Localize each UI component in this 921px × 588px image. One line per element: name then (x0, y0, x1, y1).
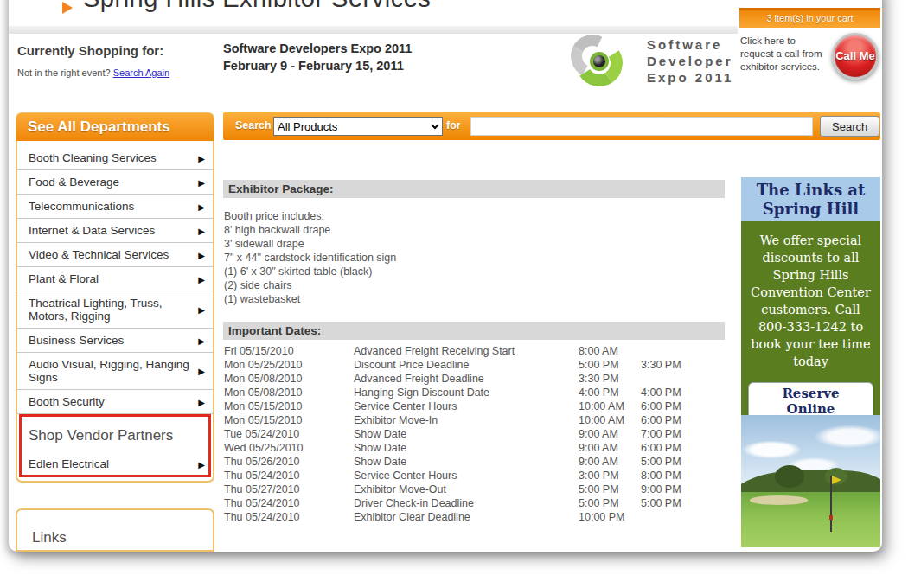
time1-cell: 10:00 AM (579, 400, 641, 414)
chevron-right-icon: ▶ (198, 396, 205, 409)
department-item[interactable]: Video & Technical Services ▶ (17, 243, 213, 267)
department-label: Video & Technical Services (29, 248, 169, 261)
date-cell: Fri 05/15/2010 (224, 345, 354, 359)
event-cell: Service Center Hours (354, 400, 579, 414)
date-cell: Thu 05/27/2010 (224, 483, 354, 497)
vendor-item-edlen-electrical[interactable]: Edlen Electrical ▶ (17, 452, 213, 476)
time2-cell: 9:00 PM (641, 483, 710, 497)
golf-flag-icon (832, 476, 841, 484)
department-label: Business Services (29, 334, 124, 347)
package-line: (1) wastebasket (224, 292, 396, 306)
date-cell: Thu 05/26/2010 (224, 456, 354, 470)
chevron-right-icon: ▶ (198, 335, 205, 348)
time1-cell: 9:00 AM (579, 428, 641, 442)
page-title: Spring Hills Exhibitor Services (83, 0, 431, 13)
time2-cell (641, 345, 710, 359)
date-cell: Mon 05/15/2010 (224, 414, 354, 428)
event-name: Software Developers Expo 2011 (223, 40, 412, 57)
arrow-right-icon (62, 2, 73, 14)
package-line: (1) 6' x 30" skirted table (black) (224, 265, 396, 278)
event-cell: Service Center Hours (354, 470, 579, 483)
page: Spring Hills Exhibitor Services 3 item(s… (9, 0, 882, 552)
chevron-right-icon: ▶ (198, 152, 205, 165)
golf-ad-title: The Links at Spring Hill (741, 177, 880, 221)
event-cell: Exhibitor Move-Out (354, 483, 579, 497)
search-input[interactable] (470, 117, 813, 136)
chevron-right-icon: ▶ (198, 365, 205, 378)
date-cell: Thu 05/24/2010 (224, 470, 354, 483)
event-cell: Advanced Freight Deadline (354, 373, 579, 387)
links-header: Links (17, 510, 213, 546)
search-again-link[interactable]: Search Again (113, 67, 169, 78)
search-button[interactable]: Search (820, 116, 879, 137)
department-item[interactable]: Food & Beverage ▶ (17, 170, 213, 195)
golf-ad[interactable]: The Links at Spring Hill We offer specia… (741, 177, 880, 434)
department-item[interactable]: Telecommunications ▶ (17, 195, 213, 219)
time2-cell: 4:00 PM (641, 387, 710, 400)
department-item[interactable]: Plant & Floral ▶ (17, 267, 213, 291)
date-cell: Mon 05/25/2010 (224, 359, 354, 373)
department-label: Internet & Data Services (29, 224, 155, 237)
department-label: Booth Cleaning Services (29, 151, 157, 164)
golf-ad-body: We offer special discounts to all Spring… (741, 221, 880, 434)
table-row: Mon 05/25/2010 Discount Price Deadline 5… (224, 359, 710, 373)
search-category-select[interactable]: All Products (273, 117, 443, 136)
date-cell: Thu 05/24/2010 (224, 497, 354, 511)
important-dates-table: Fri 05/15/2010 Advanced Freight Receivin… (224, 345, 710, 525)
vendor-partner-list: Edlen Electrical ▶ (17, 452, 213, 476)
date-cell: Mon 05/08/2010 (224, 387, 354, 400)
event-dates: February 9 - February 15, 2011 (223, 57, 412, 74)
department-item[interactable]: Booth Security ▶ (17, 390, 213, 414)
chevron-right-icon: ▶ (198, 176, 205, 189)
event-cell: Exhibitor Clear Deadline (354, 511, 579, 525)
time2-cell (641, 511, 710, 525)
sidebar-header-see-all-departments[interactable]: See All Departments (16, 113, 214, 141)
shopping-for-label: Currently Shopping for: (17, 43, 163, 58)
package-lines: Booth price includes: 8' high backwall d… (224, 209, 396, 306)
time1-cell: 4:00 PM (579, 387, 641, 400)
time2-cell: 6:00 PM (641, 400, 710, 414)
table-row: Thu 05/26/2010 Show Date 9:00 AM 5:00 PM (224, 456, 710, 470)
table-row: Mon 05/15/2010 Service Center Hours 10:0… (224, 400, 710, 414)
golf-ad-text: We offer special discounts to all Spring… (751, 233, 871, 368)
event-cell: Show Date (354, 442, 579, 456)
table-row: Mon 05/15/2010 Exhibitor Move-In 10:00 A… (224, 414, 710, 428)
table-row: Thu 05/24/2010 Service Center Hours 3:00… (224, 470, 710, 483)
department-item[interactable]: Internet & Data Services ▶ (17, 219, 213, 243)
package-line: 8' high backwall drape (224, 223, 396, 237)
time2-cell: 7:00 PM (641, 428, 710, 442)
department-item[interactable]: Business Services ▶ (17, 329, 213, 353)
vendor-partners-header: Shop Vendor Partners (17, 414, 213, 452)
time1-cell: 9:00 AM (579, 456, 641, 470)
table-row: Thu 05/27/2010 Exhibitor Move-Out 5:00 P… (224, 483, 710, 497)
department-item[interactable]: Booth Cleaning Services ▶ (17, 146, 213, 170)
event-cell: Driver Check-in Deadline (354, 497, 579, 511)
date-cell: Wed 05/25/2010 (224, 442, 354, 456)
department-label: Food & Beverage (29, 176, 119, 189)
chevron-right-icon: ▶ (198, 201, 205, 214)
time1-cell: 9:00 AM (579, 442, 641, 456)
package-line: 3' sidewall drape (224, 237, 396, 251)
call-request-text: Click here to request a call from exhibi… (740, 35, 828, 74)
wrong-event-text: Not in the right event? Search Again (17, 67, 169, 78)
time2-cell: 6:00 PM (641, 442, 710, 456)
cart-badge[interactable]: 3 item(s) in your cart (739, 8, 880, 28)
event-cell: Hanging Sign Discount Date (354, 387, 579, 400)
date-cell: Mon 05/15/2010 (224, 400, 354, 414)
event-cell: Show Date (354, 428, 579, 442)
important-dates-header: Important Dates: (223, 322, 725, 340)
time1-cell: 3:00 PM (579, 470, 641, 483)
table-row: Mon 05/08/2010 Advanced Freight Deadline… (224, 373, 710, 387)
department-item[interactable]: Theatrical Lighting, Truss, Motors, Rigg… (17, 291, 213, 329)
logo-text: Software Developer Expo 2011 (647, 36, 733, 86)
golf-course-photo (741, 415, 880, 547)
time2-cell: 5:00 PM (641, 497, 710, 511)
exhibitor-package-header: Exhibitor Package: (223, 180, 725, 198)
search-bar: Search All Products for Search (223, 112, 880, 140)
event-info: Software Developers Expo 2011 February 9… (223, 40, 412, 74)
time2-cell: 6:00 PM (641, 414, 710, 428)
call-me-button[interactable]: Call Me (832, 33, 879, 80)
table-row: Thu 05/24/2010 Driver Check-in Deadline … (224, 497, 710, 511)
date-cell: Thu 05/24/2010 (224, 511, 354, 525)
department-item[interactable]: Audio Visual, Rigging, Hanging Signs ▶ (17, 353, 213, 390)
